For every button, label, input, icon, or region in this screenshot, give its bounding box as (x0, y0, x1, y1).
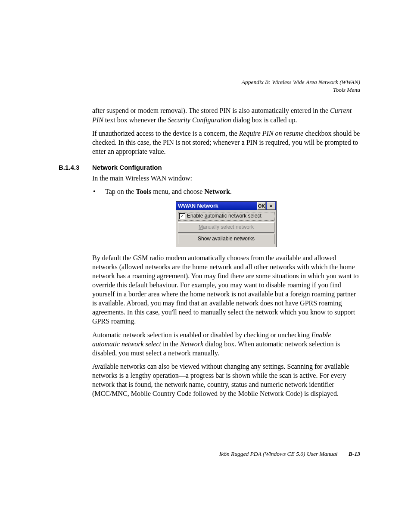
manually-select-network-button[interactable]: Manually select network (178, 222, 274, 233)
section-number: B.1.4.3 (59, 164, 92, 171)
paragraph-4: By default the GSM radio modem automatic… (92, 253, 360, 326)
section-heading: B.1.4.3 Network Configuration (59, 164, 360, 171)
bullet-item: • Tap on the Tools menu, and choose Netw… (92, 187, 360, 196)
paragraph-2: If unauthorized access to the device is … (92, 129, 360, 156)
paragraph-3: In the main Wireless WAN window: (92, 174, 360, 183)
checkbox-icon[interactable]: ✓ (179, 213, 185, 219)
footer-text: Ikôn Rugged PDA (Windows CE 5.0) User Ma… (219, 451, 338, 457)
paragraph-5: Automatic network selection is enabled o… (92, 330, 360, 358)
page-footer: Ikôn Rugged PDA (Windows CE 5.0) User Ma… (59, 451, 360, 457)
enable-auto-network-checkbox-row[interactable]: ✓ Enable automatic network select (178, 212, 274, 221)
close-button[interactable]: × (267, 202, 275, 210)
page-header: Appendix B: Wireless Wide Area Network (… (59, 78, 360, 94)
section-title: Network Configuration (92, 164, 162, 171)
bullet-text: Tap on the Tools menu, and choose Networ… (105, 187, 232, 196)
page-number: B-13 (349, 451, 360, 457)
ok-button[interactable]: OK (257, 202, 266, 210)
wwan-title-text: WWAN Network (178, 202, 257, 210)
wwan-dialog: WWAN Network OK × ✓ Enable automatic net… (176, 201, 277, 247)
bullet-icon: • (92, 187, 105, 196)
header-line1: Appendix B: Wireless Wide Area Network (… (242, 79, 360, 85)
checkbox-label: Enable automatic network select (187, 213, 262, 220)
show-available-networks-button[interactable]: Show available networks (178, 234, 274, 244)
header-line2: Tools Menu (333, 87, 360, 93)
wwan-titlebar: WWAN Network OK × (176, 202, 276, 210)
paragraph-1: after suspend or modem removal). The sto… (92, 106, 360, 124)
paragraph-6: Available networks can also be viewed wi… (92, 362, 360, 398)
